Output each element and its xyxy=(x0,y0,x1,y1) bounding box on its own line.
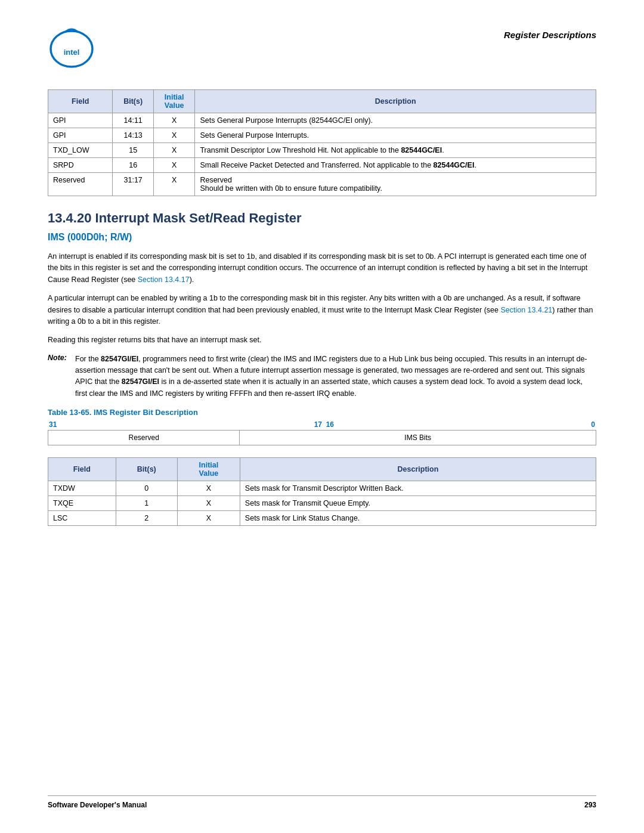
cell-bits: 1 xyxy=(116,496,177,511)
footer-right: 293 xyxy=(584,801,596,809)
paragraph-3: Reading this register returns bits that … xyxy=(48,335,596,346)
cell-bits: 14:13 xyxy=(113,128,154,143)
cell-desc: Sets mask for Transmit Descriptor Writte… xyxy=(240,481,596,496)
table-row: GPI14:13XSets General Purpose Interrupts… xyxy=(48,128,596,143)
cell-desc: Small Receive Packet Detected and Transf… xyxy=(195,158,596,173)
cell-initial: X xyxy=(177,511,240,526)
cell-bits: 16 xyxy=(113,158,154,173)
cell-initial: X xyxy=(153,113,195,128)
subsection-heading: IMS (000D0h; R/W) xyxy=(48,232,596,243)
cell-bits: 2 xyxy=(116,511,177,526)
cell-initial: X xyxy=(177,496,240,511)
cell-bits: 14:11 xyxy=(113,113,154,128)
footer-left: Software Developer's Manual xyxy=(48,801,147,809)
header: intel Register Descriptions xyxy=(48,24,596,72)
note-label: Note: xyxy=(48,354,70,400)
section-title: Interrupt Mask Set/Read Register xyxy=(95,210,302,225)
cell-initial: X xyxy=(153,128,195,143)
table-row: GPI14:11XSets General Purpose Interrupts… xyxy=(48,113,596,128)
cell-desc: Sets mask for Link Status Change. xyxy=(240,511,596,526)
bit-diagram-title: Table 13-65. IMS Register Bit Descriptio… xyxy=(48,408,596,417)
paragraph-2: A particular interrupt can be enabled by… xyxy=(48,293,596,327)
cell-desc: Sets General Purpose Interrupts (82544GC… xyxy=(195,113,596,128)
bit-diagram: 31 17 16 0 Reserved IMS Bits xyxy=(48,420,596,445)
col-header-bits-2: Bit(s) xyxy=(116,458,177,481)
table-row: LSC2XSets mask for Link Status Change. xyxy=(48,511,596,526)
bit-labels: 31 17 16 0 xyxy=(48,420,596,429)
col-header-field: Field xyxy=(48,90,113,113)
footer: Software Developer's Manual 293 xyxy=(48,795,596,809)
col-header-initial-2: InitialValue xyxy=(177,458,240,481)
table-row: TXD_LOW15XTransmit Descriptor Low Thresh… xyxy=(48,143,596,158)
note-bold-1: 82547GI/EI xyxy=(101,355,138,363)
cell-bits: 31:17 xyxy=(113,173,154,196)
cell-field: Reserved xyxy=(48,173,113,196)
page: intel Register Descriptions Field Bit(s)… xyxy=(0,0,644,833)
bit-label-0: 0 xyxy=(591,420,595,429)
cell-field: GPI xyxy=(48,113,113,128)
paragraph-1: An interrupt is enabled if its correspon… xyxy=(48,251,596,286)
bit-label-31: 31 xyxy=(49,420,57,429)
note-text: For the 82547GI/EI, programmers need to … xyxy=(75,354,596,400)
cell-field: GPI xyxy=(48,128,113,143)
section-ref-2[interactable]: Section 13.4.21 xyxy=(500,306,552,314)
bit-segment-ims: IMS Bits xyxy=(240,431,596,445)
table-row: Reserved31:17XReservedShould be written … xyxy=(48,173,596,196)
cell-bits: 15 xyxy=(113,143,154,158)
cell-field: TXD_LOW xyxy=(48,143,113,158)
note-block: Note: For the 82547GI/EI, programmers ne… xyxy=(48,354,596,400)
cell-desc: Sets mask for Transmit Queue Empty. xyxy=(240,496,596,511)
cell-field: LSC xyxy=(48,511,116,526)
bit-label-17-16: 17 16 xyxy=(314,420,334,429)
section-heading: 13.4.20 Interrupt Mask Set/Read Register xyxy=(48,210,596,226)
col-header-desc-2: Description xyxy=(240,458,596,481)
note-bold-2: 82547GI/EI xyxy=(122,377,159,386)
col-header-desc: Description xyxy=(195,90,596,113)
cell-bits: 0 xyxy=(116,481,177,496)
bottom-table: Field Bit(s) InitialValue Description TX… xyxy=(48,457,596,526)
cell-field: TXQE xyxy=(48,496,116,511)
cell-field: TXDW xyxy=(48,481,116,496)
col-header-initial: InitialValue xyxy=(153,90,195,113)
section-ref-1[interactable]: Section 13.4.17 xyxy=(138,275,190,284)
cell-field: SRPD xyxy=(48,158,113,173)
table-row: SRPD16XSmall Receive Packet Detected and… xyxy=(48,158,596,173)
cell-initial: X xyxy=(177,481,240,496)
cell-initial: X xyxy=(153,173,195,196)
svg-text:intel: intel xyxy=(64,48,80,57)
cell-desc: Sets General Purpose Interrupts. xyxy=(195,128,596,143)
bit-segment-reserved: Reserved xyxy=(48,431,240,445)
header-title: Register Descriptions xyxy=(504,24,596,40)
cell-desc: Transmit Descriptor Low Threshold Hit. N… xyxy=(195,143,596,158)
bit-bar: Reserved IMS Bits xyxy=(48,430,596,445)
cell-initial: X xyxy=(153,158,195,173)
col-header-bits: Bit(s) xyxy=(113,90,154,113)
cell-desc: ReservedShould be written with 0b to ens… xyxy=(195,173,596,196)
top-table: Field Bit(s) InitialValue Description GP… xyxy=(48,89,596,196)
table-row: TXDW0XSets mask for Transmit Descriptor … xyxy=(48,481,596,496)
col-header-field-2: Field xyxy=(48,458,116,481)
table-row: TXQE1XSets mask for Transmit Queue Empty… xyxy=(48,496,596,511)
cell-initial: X xyxy=(153,143,195,158)
section-number: 13.4.20 xyxy=(48,210,91,225)
intel-logo: intel xyxy=(48,24,95,72)
